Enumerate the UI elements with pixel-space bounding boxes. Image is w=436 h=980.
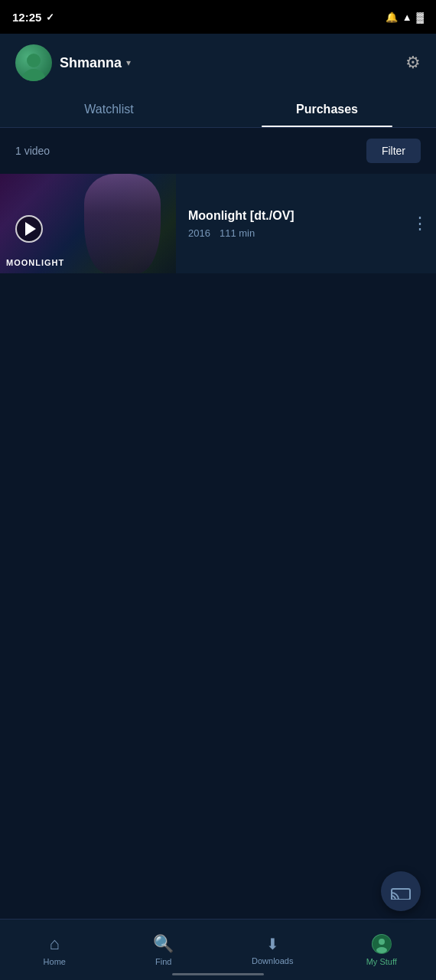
tab-watchlist[interactable]: Watchlist	[0, 92, 218, 127]
nav-downloads[interactable]: ⬇ Downloads	[218, 935, 327, 965]
thumbnail-title: MOONLIGHT	[6, 258, 64, 267]
nav-home-label: Home	[44, 957, 66, 966]
status-bar: 12:25 ✓ 🔔 ▲ ▓	[0, 0, 436, 34]
filter-button[interactable]: Filter	[366, 139, 421, 163]
status-icons: 🔔 ▲ ▓	[386, 11, 424, 23]
download-icon: ⬇	[266, 935, 279, 953]
nav-avatar	[372, 934, 392, 954]
movie-duration: 111 min	[220, 227, 255, 239]
profile-section[interactable]: Shmanna ▾	[15, 44, 131, 81]
header: Shmanna ▾ ⚙	[0, 34, 436, 92]
home-indicator	[172, 973, 264, 975]
video-count: 1 video	[15, 145, 50, 157]
profile-name: Shmanna	[60, 55, 122, 71]
wifi-icon: ▲	[402, 11, 412, 23]
chevron-down-icon: ▾	[126, 57, 131, 68]
check-icon: ✓	[46, 11, 54, 23]
svg-point-3	[379, 939, 385, 945]
avatar	[15, 44, 52, 81]
nav-find[interactable]: 🔍 Find	[109, 934, 219, 966]
home-icon: ⌂	[50, 934, 60, 954]
movie-meta: 2016 111 min	[188, 227, 399, 239]
search-icon: 🔍	[153, 934, 174, 954]
tabs-container: Watchlist Purchases	[0, 92, 436, 128]
bell-muted-icon: 🔔	[386, 11, 398, 23]
nav-home[interactable]: ⌂ Home	[0, 934, 109, 966]
play-button[interactable]	[15, 215, 43, 243]
nav-downloads-label: Downloads	[252, 956, 293, 965]
movie-item: MOONLIGHT Moonlight [dt./OV] 2016 111 mi…	[0, 174, 436, 273]
cast-button[interactable]	[381, 871, 421, 911]
cast-icon	[391, 883, 411, 900]
movie-thumbnail: MOONLIGHT	[0, 174, 176, 273]
nav-find-label: Find	[155, 957, 171, 966]
play-icon	[25, 222, 36, 236]
more-dots-icon: ⋮	[412, 215, 427, 232]
filter-row: 1 video Filter	[0, 128, 436, 174]
nav-my-stuff[interactable]: My Stuff	[327, 934, 437, 966]
settings-button[interactable]: ⚙	[405, 53, 421, 73]
nav-my-stuff-label: My Stuff	[366, 957, 397, 966]
movie-more-button[interactable]: ⋮	[412, 174, 436, 273]
movie-year: 2016	[188, 227, 210, 239]
movie-title: Moonlight [dt./OV]	[188, 209, 399, 223]
tab-purchases[interactable]: Purchases	[218, 92, 436, 127]
battery-icon: ▓	[417, 11, 424, 23]
content-area: 1 video Filter MOONLIGHT Moonlight [dt./…	[0, 128, 436, 273]
status-time: 12:25 ✓	[12, 11, 54, 24]
svg-point-4	[376, 947, 387, 953]
profile-name-row[interactable]: Shmanna ▾	[60, 55, 131, 71]
bottom-nav: ⌂ Home 🔍 Find ⬇ Downloads My Stuff	[0, 919, 436, 980]
movie-info: Moonlight [dt./OV] 2016 111 min	[176, 174, 412, 273]
